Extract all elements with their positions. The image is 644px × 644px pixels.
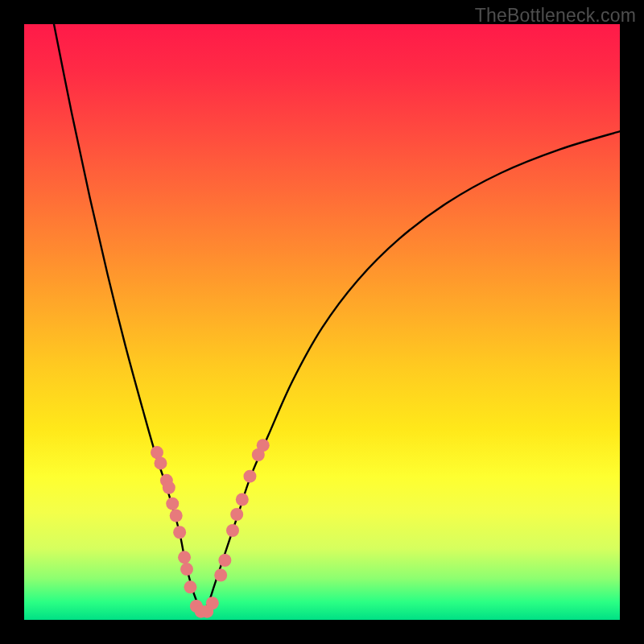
data-marker bbox=[243, 470, 256, 483]
data-marker bbox=[184, 580, 196, 593]
data-marker bbox=[230, 508, 243, 521]
curve-left-branch bbox=[54, 24, 203, 614]
data-marker bbox=[173, 526, 186, 539]
data-marker bbox=[218, 554, 231, 567]
watermark-text: TheBottleneck.com bbox=[475, 5, 636, 27]
data-marker bbox=[257, 439, 270, 452]
data-marker bbox=[166, 497, 179, 510]
bottleneck-curve bbox=[24, 24, 620, 620]
data-marker bbox=[163, 481, 175, 494]
curve-right-branch bbox=[203, 131, 620, 613]
data-marker bbox=[178, 551, 191, 564]
data-marker bbox=[154, 456, 167, 469]
data-marker bbox=[206, 597, 219, 609]
plot-area bbox=[24, 24, 620, 620]
data-marker bbox=[180, 563, 193, 576]
data-marker bbox=[170, 510, 183, 522]
data-marker bbox=[236, 493, 249, 506]
chart-frame: TheBottleneck.com bbox=[0, 0, 644, 644]
data-marker bbox=[226, 524, 239, 537]
data-marker bbox=[214, 569, 227, 582]
